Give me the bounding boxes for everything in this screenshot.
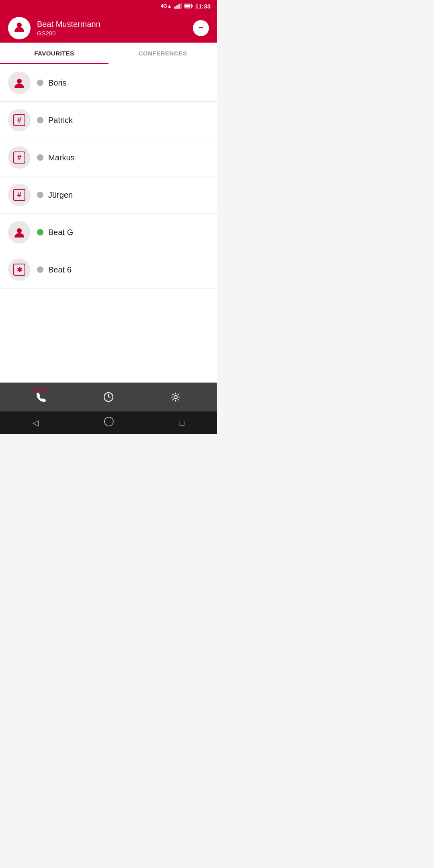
contact-avatar-beatg bbox=[8, 221, 31, 244]
status-dot bbox=[37, 192, 43, 198]
nav-active-indicator bbox=[33, 389, 49, 391]
list-item[interactable]: Beat G bbox=[0, 214, 217, 251]
home-button[interactable] bbox=[104, 416, 114, 429]
history-icon bbox=[102, 391, 115, 403]
contact-info-beat6: Beat 6 bbox=[37, 265, 209, 274]
svg-rect-5 bbox=[184, 5, 190, 8]
minus-button[interactable]: − bbox=[193, 20, 209, 36]
contact-name: Beat G bbox=[48, 228, 73, 237]
contacts-list: Boris#Patrick#Markus#Jürgen Beat G✱Beat … bbox=[0, 64, 217, 383]
status-dot bbox=[37, 154, 43, 161]
tabs: FAVOURITES CONFERENCES bbox=[0, 43, 217, 64]
list-item[interactable]: Boris bbox=[0, 64, 217, 102]
tab-conferences[interactable]: CONFERENCES bbox=[108, 43, 217, 64]
svg-rect-0 bbox=[174, 6, 176, 9]
contact-name: Jürgen bbox=[48, 190, 73, 200]
battery-icon bbox=[184, 4, 193, 8]
device-label: GS280 bbox=[37, 30, 100, 37]
nav-calls[interactable] bbox=[35, 391, 47, 403]
svg-rect-6 bbox=[192, 5, 192, 7]
status-dot bbox=[37, 117, 43, 123]
avatar-person-icon bbox=[13, 20, 26, 36]
contact-avatar-jurgen: # bbox=[8, 184, 31, 206]
contact-avatar-patrick: # bbox=[8, 109, 31, 131]
contact-name: Beat 6 bbox=[48, 265, 72, 274]
recent-button[interactable]: □ bbox=[180, 418, 184, 428]
svg-rect-3 bbox=[180, 3, 182, 9]
contact-avatar-markus: # bbox=[8, 146, 31, 169]
settings-icon bbox=[170, 391, 182, 403]
contact-info-jurgen: Jürgen bbox=[37, 190, 209, 200]
person-icon bbox=[13, 77, 25, 89]
hash-icon: # bbox=[13, 151, 25, 164]
hash-icon: # bbox=[13, 114, 25, 126]
contact-info-beatg: Beat G bbox=[37, 228, 209, 237]
status-dot bbox=[37, 229, 43, 235]
svg-point-7 bbox=[17, 23, 22, 27]
android-nav: ◁ □ bbox=[0, 411, 217, 434]
signal-icon bbox=[174, 3, 182, 9]
svg-point-22 bbox=[174, 395, 177, 399]
contact-name: Patrick bbox=[48, 116, 73, 125]
contact-info-boris: Boris bbox=[37, 78, 209, 88]
contact-avatar-beat6: ✱ bbox=[8, 258, 31, 281]
svg-rect-2 bbox=[178, 4, 180, 9]
bottom-nav bbox=[0, 383, 217, 411]
star-icon: ✱ bbox=[13, 264, 25, 276]
status-dot bbox=[37, 266, 43, 273]
svg-point-20 bbox=[17, 228, 22, 233]
status-bar: 4G▲ 11:33 bbox=[0, 0, 217, 12]
back-button[interactable]: ◁ bbox=[33, 418, 39, 428]
contact-avatar-boris bbox=[8, 72, 31, 94]
list-item[interactable]: #Patrick bbox=[0, 102, 217, 139]
contact-name: Boris bbox=[48, 78, 67, 88]
svg-point-19 bbox=[17, 79, 22, 84]
main-content: FAVOURITES CONFERENCES Boris#Patrick#Mar… bbox=[0, 43, 217, 383]
list-item[interactable]: ✱Beat 6 bbox=[0, 251, 217, 289]
header-left: Beat Mustermann GS280 bbox=[8, 17, 100, 39]
header: Beat Mustermann GS280 − bbox=[0, 12, 217, 47]
contact-info-patrick: Patrick bbox=[37, 116, 209, 125]
status-dot bbox=[37, 80, 43, 86]
contact-info-markus: Markus bbox=[37, 153, 209, 162]
list-item[interactable]: #Jürgen bbox=[0, 176, 217, 214]
clock-display: 11:33 bbox=[195, 3, 211, 10]
avatar bbox=[8, 17, 31, 39]
person-icon bbox=[13, 226, 25, 238]
network-icon: 4G▲ bbox=[161, 3, 172, 9]
status-icons: 4G▲ 11:33 bbox=[161, 3, 211, 10]
hash-icon: # bbox=[13, 189, 25, 201]
calls-icon bbox=[35, 391, 47, 403]
nav-settings[interactable] bbox=[170, 391, 182, 403]
list-item[interactable]: #Markus bbox=[0, 139, 217, 176]
svg-point-23 bbox=[104, 417, 113, 426]
nav-history[interactable] bbox=[102, 391, 115, 403]
minus-icon: − bbox=[199, 23, 204, 32]
header-text: Beat Mustermann GS280 bbox=[37, 20, 100, 37]
svg-rect-1 bbox=[176, 5, 178, 9]
tab-favourites[interactable]: FAVOURITES bbox=[0, 43, 108, 64]
contact-name: Markus bbox=[48, 153, 75, 162]
user-name: Beat Mustermann bbox=[37, 20, 100, 29]
